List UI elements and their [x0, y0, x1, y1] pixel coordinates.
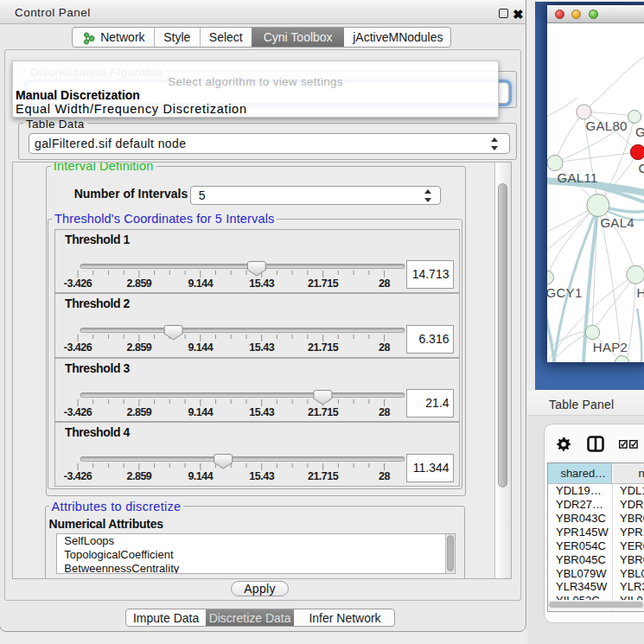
svg-text:-3.426: -3.426: [64, 341, 92, 354]
svg-text:GAL80: GAL80: [585, 118, 627, 133]
svg-text:-3.426: -3.426: [64, 406, 92, 418]
svg-text:21.715: 21.715: [308, 341, 339, 354]
svg-text:2.859: 2.859: [126, 406, 151, 418]
svg-text:HAP2: HAP2: [592, 340, 627, 354]
svg-text:28: 28: [379, 470, 390, 482]
svg-text:21.715: 21.715: [308, 406, 339, 418]
svg-text:2.859: 2.859: [126, 470, 151, 482]
svg-text:28: 28: [379, 341, 390, 354]
svg-text:21.715: 21.715: [308, 277, 339, 290]
svg-text:9.144: 9.144: [188, 341, 213, 354]
svg-text:2.859: 2.859: [126, 341, 151, 354]
svg-text:15.43: 15.43: [249, 277, 274, 290]
svg-text:GAL11: GAL11: [557, 170, 597, 185]
svg-text:15.43: 15.43: [249, 470, 274, 482]
svg-text:15.43: 15.43: [249, 341, 274, 354]
svg-text:GAL4: GAL4: [600, 215, 634, 230]
svg-text:9.144: 9.144: [188, 470, 213, 482]
svg-text:-3.426: -3.426: [64, 277, 92, 290]
svg-text:2.859: 2.859: [126, 277, 151, 290]
svg-text:28: 28: [379, 277, 390, 290]
svg-text:HA: HA: [636, 285, 644, 300]
svg-text:28: 28: [379, 406, 390, 418]
svg-text:CY: CY: [638, 161, 644, 175]
svg-text:21.715: 21.715: [308, 470, 339, 482]
svg-text:GA: GA: [635, 124, 644, 139]
svg-text:15.43: 15.43: [249, 406, 274, 418]
svg-text:9.144: 9.144: [188, 406, 213, 418]
svg-text:GCY1: GCY1: [547, 285, 583, 300]
svg-text:9.144: 9.144: [188, 277, 213, 290]
svg-text:-3.426: -3.426: [64, 470, 92, 482]
